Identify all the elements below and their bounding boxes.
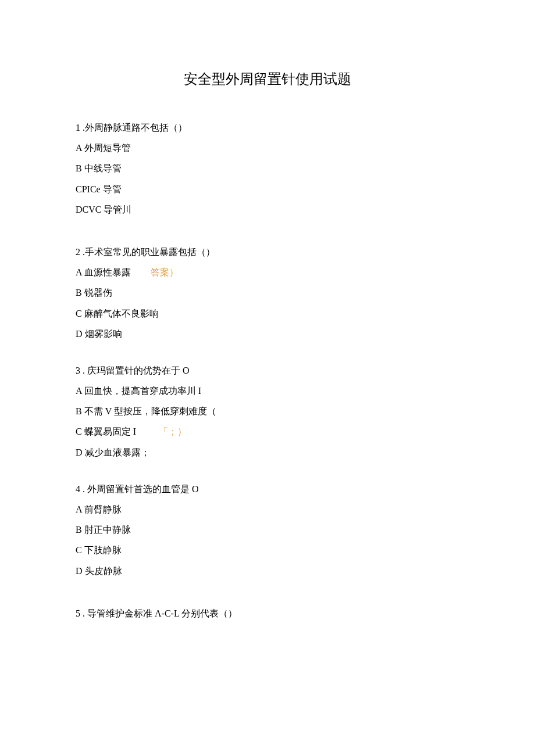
question-3-text: 3 . 庆玛留置针的优势在于 O — [76, 360, 459, 381]
question-1: 1 .外周静脉通路不包括（） A 外周短导管 B 中线导管 CPICe 导管 D… — [76, 117, 459, 220]
question-2-option-a: A 血源性暴露 答案） — [76, 262, 459, 282]
question-4-option-d: D 头皮静脉 — [76, 561, 459, 581]
question-4-option-a: A 前臂静脉 — [76, 499, 459, 519]
question-2: 2 .手术室常见的职业暴露包括（） A 血源性暴露 答案） B 锐器伤 C 麻醉… — [76, 242, 459, 344]
question-5-text: 5 . 导管维护金标准 A-C-L 分别代表（） — [76, 603, 459, 624]
question-2-option-c: C 麻醉气体不良影响 — [76, 303, 459, 324]
question-4-option-b: B 肘正中静脉 — [76, 519, 459, 540]
question-2-option-d: D 烟雾影响 — [76, 324, 459, 344]
question-1-option-a: A 外周短导管 — [76, 138, 459, 158]
question-2-text: 2 .手术室常见的职业暴露包括（） — [76, 242, 459, 262]
question-2-option-a-text: A 血源性暴露 — [76, 267, 131, 277]
question-3-answer-label: 「；） — [159, 427, 187, 436]
question-4-option-c: C 下肢静脉 — [76, 540, 459, 560]
question-5: 5 . 导管维护金标准 A-C-L 分别代表（） — [76, 603, 459, 624]
question-3-option-d: D 减少血液暴露； — [76, 442, 459, 463]
question-4-text: 4 . 外周留置针首选的血管是 O — [76, 479, 459, 499]
question-1-option-b: B 中线导管 — [76, 158, 459, 178]
question-2-answer-label: 答案） — [151, 267, 179, 277]
question-1-text: 1 .外周静脉通路不包括（） — [76, 117, 459, 138]
question-1-option-d: DCVC 导管川 — [76, 199, 459, 220]
page-title: 安全型外周留置针使用试题 — [76, 70, 459, 88]
question-3-option-c-text: C 蝶翼易固定 I — [76, 427, 136, 436]
question-3: 3 . 庆玛留置针的优势在于 O A 回血快，提高首穿成功率川 I B 不需 V… — [76, 360, 459, 463]
question-3-option-c: C 蝶翼易固定 I 「；） — [76, 421, 459, 442]
question-1-option-c: CPICe 导管 — [76, 179, 459, 199]
question-2-option-b: B 锐器伤 — [76, 282, 459, 303]
question-3-option-b: B 不需 V 型按压，降低穿刺难度（ — [76, 401, 459, 421]
question-3-option-a: A 回血快，提高首穿成功率川 I — [76, 381, 459, 401]
question-4: 4 . 外周留置针首选的血管是 O A 前臂静脉 B 肘正中静脉 C 下肢静脉 … — [76, 479, 459, 581]
